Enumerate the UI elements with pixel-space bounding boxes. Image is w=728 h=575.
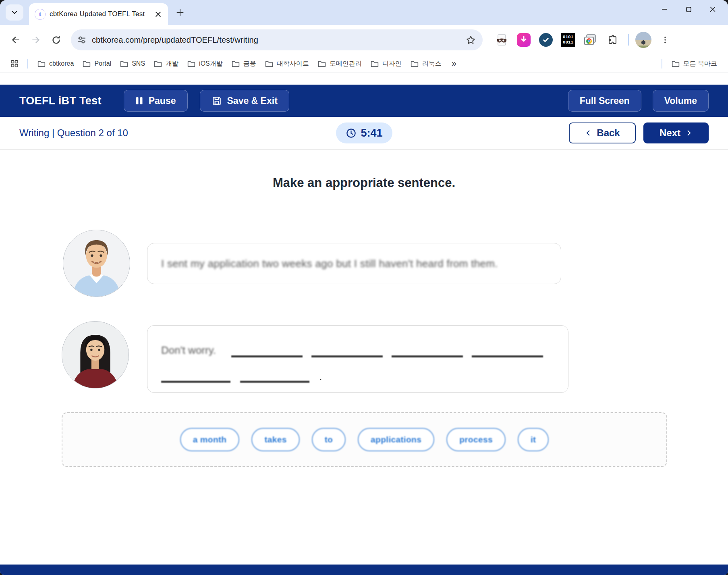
bookmark-folder[interactable]: 금융 [227, 57, 261, 71]
folder-icon [120, 60, 128, 67]
downloader-extension-icon[interactable] [517, 33, 531, 47]
answer-blank-2[interactable] [311, 345, 383, 357]
question-nav: Back Next [569, 122, 709, 143]
bookmark-folder[interactable]: Portal [78, 57, 116, 71]
bookmark-label: SNS [132, 60, 145, 67]
folder-icon [371, 60, 379, 67]
bookmark-folder[interactable]: 디자인 [366, 57, 406, 71]
tab-stack-front [584, 37, 594, 45]
url-text[interactable]: cbtkorea.com/prep/updatedTOEFL/test/writ… [92, 35, 460, 45]
bookmark-label: 리눅스 [422, 60, 442, 68]
word-chip[interactable]: applications [358, 428, 434, 451]
speaker2-avatar [62, 321, 129, 388]
volume-button[interactable]: Volume [653, 90, 709, 112]
save-exit-button[interactable]: Save & Exit [200, 90, 289, 112]
close-icon [155, 11, 161, 17]
bookmark-folder[interactable]: 개발 [149, 57, 183, 71]
folder-icon [187, 60, 195, 67]
clock-icon [345, 128, 356, 139]
close-icon [709, 6, 716, 12]
bookmark-folder[interactable]: 리눅스 [406, 57, 446, 71]
answer-blank-6[interactable] [240, 371, 309, 383]
bookmark-label: 도메인관리 [330, 60, 362, 68]
timer: 5:41 [336, 122, 392, 143]
word-chip[interactable]: to [312, 428, 346, 451]
apps-grid-button[interactable] [6, 57, 23, 71]
binary-line2: 0011 [563, 40, 573, 45]
minimize-button[interactable] [652, 0, 676, 19]
tab-title: cbtKorea Updated TOEFL Test [50, 10, 149, 18]
reload-button[interactable] [46, 30, 66, 50]
extensions-menu-button[interactable] [606, 33, 619, 47]
bookmark-folder[interactable]: SNS [116, 57, 149, 71]
save-exit-label: Save & Exit [227, 95, 278, 106]
address-bar[interactable]: cbtkorea.com/prep/updatedTOEFL/test/writ… [71, 29, 483, 50]
forward-arrow-icon [31, 35, 41, 45]
word-chip[interactable]: process [446, 428, 506, 451]
checker-extension-icon[interactable] [539, 33, 553, 47]
word-chip[interactable]: it [518, 428, 549, 451]
bookmark-folder[interactable]: 대학사이트 [261, 57, 313, 71]
new-tab-button[interactable] [172, 4, 188, 21]
question-subheader: Writing | Question 2 of 10 5:41 Back Nex… [0, 117, 728, 149]
volume-label: Volume [664, 95, 697, 106]
site-settings-icon [77, 35, 86, 44]
folder-icon [232, 60, 240, 67]
privacy-mask-extension-icon[interactable] [495, 33, 508, 47]
test-page: TOEFL iBT Test Pause Save & Exit Full Sc… [0, 73, 728, 575]
answer-line-2: . [161, 365, 554, 383]
bookmark-folder[interactable]: cbtkorea [33, 57, 78, 71]
forward-nav-button[interactable] [26, 30, 46, 50]
browser-tab[interactable]: t cbtKorea Updated TOEFL Test [29, 3, 168, 25]
kebab-menu-icon [661, 35, 670, 44]
browser-toolbar: cbtkorea.com/prep/updatedTOEFL/test/writ… [0, 25, 728, 55]
tab-close-button[interactable] [153, 9, 163, 19]
back-question-button[interactable]: Back [569, 122, 636, 143]
minimize-icon [661, 6, 668, 12]
speaker1-avatar [63, 230, 130, 297]
footer-bar [0, 565, 728, 575]
word-chip[interactable]: takes [251, 428, 299, 451]
bookmark-folder[interactable]: iOS개발 [183, 57, 227, 71]
full-screen-button[interactable]: Full Screen [568, 90, 641, 112]
test-header: TOEFL iBT Test Pause Save & Exit Full Sc… [0, 85, 728, 117]
answer-line-1: Don't worry. [161, 336, 554, 357]
bookmarks-overflow-button[interactable]: » [446, 58, 462, 69]
answer-blank-1[interactable] [231, 345, 303, 357]
download-arrow-icon [520, 36, 527, 44]
pause-button[interactable]: Pause [124, 90, 188, 112]
back-nav-button[interactable] [6, 30, 26, 50]
screenshot-extension-icon[interactable] [583, 33, 597, 47]
next-question-button[interactable]: Next [643, 122, 709, 143]
bookmark-folder[interactable]: 도메인관리 [313, 57, 366, 71]
maximize-button[interactable] [676, 0, 701, 19]
profile-avatar[interactable] [635, 32, 651, 48]
answer-blank-4[interactable] [472, 345, 543, 357]
question-prompt: Make an appropriate sentence. [0, 176, 728, 190]
folder-icon [318, 60, 326, 67]
answer-blank-3[interactable] [392, 345, 463, 357]
checkmark-icon [542, 36, 550, 44]
folder-icon [83, 60, 91, 67]
answer-blank-5[interactable] [161, 371, 230, 383]
tab-search-button[interactable] [6, 4, 23, 21]
bookmark-star-icon[interactable] [465, 35, 476, 46]
all-bookmarks-label: 모든 북마크 [683, 60, 717, 68]
chevron-right-icon [685, 129, 693, 137]
binary-extension-icon[interactable]: 01010011 [561, 33, 575, 47]
app-title: TOEFL iBT Test [19, 95, 102, 107]
word-chip[interactable]: a month [180, 428, 240, 451]
folder-icon [37, 60, 46, 67]
chevron-left-icon [585, 129, 592, 137]
puzzle-icon [607, 35, 618, 46]
close-window-button[interactable] [701, 0, 725, 19]
browser-menu-button[interactable] [657, 32, 673, 48]
tab-strip: t cbtKorea Updated TOEFL Test [0, 0, 728, 25]
maximize-icon [686, 6, 692, 12]
binary-line1: 0101 [563, 35, 573, 40]
all-bookmarks-folder[interactable]: 모든 북마크 [657, 57, 722, 71]
bookmark-label: 디자인 [382, 60, 402, 68]
bookmark-label: 금융 [243, 60, 256, 68]
woman-portrait [62, 322, 129, 388]
speaker1-message: I sent my application two weeks ago but … [161, 257, 498, 270]
